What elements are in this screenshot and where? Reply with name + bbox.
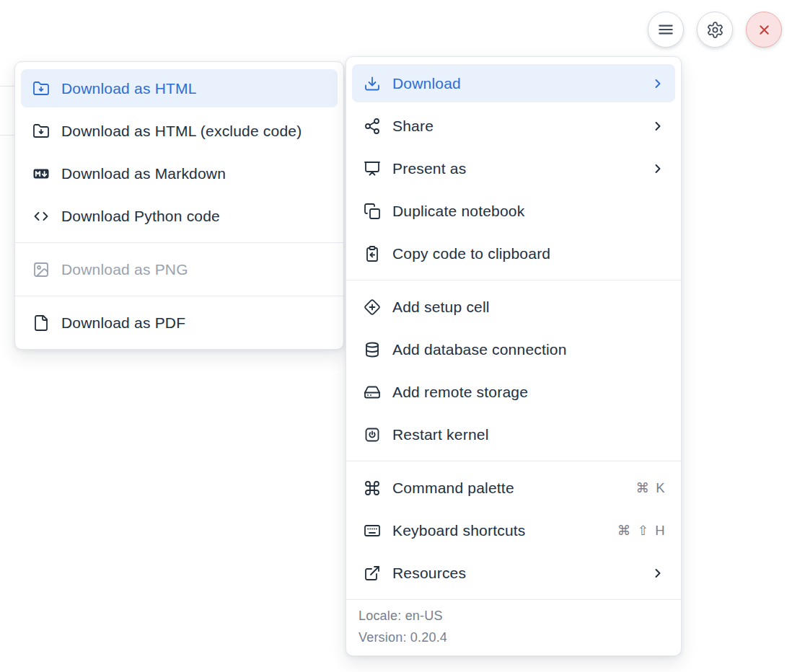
- menu-item-label: Add setup cell: [392, 299, 665, 316]
- hard-drive-icon: [364, 384, 381, 401]
- command-icon: [364, 479, 381, 497]
- shortcut-hint: ⌘K: [636, 480, 665, 496]
- external-link-icon: [364, 565, 381, 582]
- background-cell-border: [0, 86, 15, 87]
- menu-item-label: Restart kernel: [392, 426, 665, 443]
- code-icon: [32, 208, 50, 225]
- chevron-right-icon: [651, 76, 665, 91]
- menu-item-copy-code-to-clipboard[interactable]: Copy code to clipboard: [352, 234, 675, 273]
- menu-separator: [346, 461, 681, 461]
- database-icon: [364, 341, 381, 358]
- menu-group: Add setup cellAdd database connectionAdd…: [346, 288, 681, 454]
- menu-item-add-database-connection[interactable]: Add database connection: [352, 330, 675, 368]
- menu-item-resources[interactable]: Resources: [352, 554, 675, 592]
- chevron-right-icon: [651, 566, 665, 580]
- menu-item-download-as-pdf[interactable]: Download as PDF: [21, 304, 338, 342]
- menu-separator: [346, 280, 681, 280]
- menu-item-download-as-html-exclude-code[interactable]: Download as HTML (exclude code): [21, 112, 338, 150]
- menu-item-command-palette[interactable]: Command palette⌘K: [352, 469, 675, 507]
- version-text: Version: 0.20.4: [358, 630, 669, 645]
- gear-icon: [706, 21, 724, 39]
- menu-group: Command palette⌘KKeyboard shortcuts⌘⇧HRe…: [346, 469, 681, 592]
- copy-icon: [364, 203, 381, 220]
- menu-separator: [15, 242, 343, 243]
- menu-item-share[interactable]: Share: [352, 107, 675, 145]
- menu-item-duplicate-notebook[interactable]: Duplicate notebook: [352, 192, 675, 230]
- folder-down-icon: [32, 123, 50, 140]
- menu-item-add-remote-storage[interactable]: Add remote storage: [352, 373, 675, 411]
- menu-item-download-as-html[interactable]: Download as HTML: [21, 69, 338, 107]
- menu-item-add-setup-cell[interactable]: Add setup cell: [352, 288, 675, 326]
- menu-item-label: Share: [392, 118, 639, 135]
- shortcut-key: K: [656, 480, 665, 496]
- menu-item-present-as[interactable]: Present as: [352, 149, 675, 187]
- download-submenu: Download as HTMLDownload as HTML (exclud…: [14, 61, 344, 350]
- clipboard-arrow-icon: [364, 245, 381, 262]
- menu-item-label: Add remote storage: [392, 384, 665, 401]
- menu-item-label: Duplicate notebook: [392, 203, 665, 220]
- presentation-icon: [364, 160, 381, 177]
- download-icon: [364, 75, 381, 92]
- power-square-icon: [364, 426, 381, 443]
- shortcut-key: H: [655, 523, 665, 539]
- file-icon: [32, 314, 50, 332]
- menu-item-download-as-png: Download as PNG: [21, 250, 338, 288]
- menu-item-label: Add database connection: [392, 341, 665, 358]
- notebook-menu-button[interactable]: [648, 12, 684, 48]
- chevron-right-icon: [651, 162, 665, 176]
- menu-footer: Locale: en-US Version: 0.20.4: [346, 599, 681, 655]
- close-icon: [755, 21, 773, 39]
- menu-group: Download as PDF: [15, 304, 343, 342]
- menu-item-label: Resources: [392, 565, 639, 582]
- shortcut-hint: ⌘⇧H: [617, 523, 665, 539]
- diamond-plus-icon: [364, 299, 381, 316]
- menu-item-label: Download as HTML (exclude code): [61, 123, 327, 140]
- menu-item-label: Download as HTML: [61, 80, 327, 97]
- menu-separator: [15, 296, 343, 296]
- chevron-right-icon: [651, 119, 665, 133]
- shortcut-key: ⇧: [638, 523, 649, 539]
- locale-text: Locale: en-US: [358, 609, 669, 624]
- menu-item-download-as-markdown[interactable]: Download as Markdown: [21, 154, 338, 193]
- background-cell-border: [0, 135, 15, 136]
- menu-item-restart-kernel[interactable]: Restart kernel: [352, 415, 675, 454]
- markdown-download-icon: [32, 165, 50, 182]
- shortcut-key: ⌘: [636, 480, 650, 496]
- menu-item-label: Command palette: [392, 479, 625, 497]
- menu-item-download[interactable]: Download: [352, 64, 675, 102]
- menu-item-label: Download: [392, 75, 639, 92]
- menu-item-keyboard-shortcuts[interactable]: Keyboard shortcuts⌘⇧H: [352, 511, 675, 549]
- menu-item-label: Download as PDF: [61, 314, 327, 332]
- menu-item-label: Download as Markdown: [61, 165, 327, 182]
- menu-item-label: Download Python code: [61, 208, 327, 225]
- menu-item-label: Copy code to clipboard: [392, 245, 665, 262]
- menu-group: Download as HTMLDownload as HTML (exclud…: [15, 69, 343, 235]
- menu-item-label: Download as PNG: [61, 261, 327, 278]
- settings-button[interactable]: [697, 12, 733, 48]
- menu-group: Download as PNG: [15, 250, 343, 288]
- folder-down-icon: [32, 80, 50, 97]
- shortcut-key: ⌘: [617, 523, 631, 539]
- menu-group: DownloadSharePresent asDuplicate noteboo…: [346, 64, 681, 273]
- menu-item-download-python-code[interactable]: Download Python code: [21, 197, 338, 235]
- menu-item-label: Present as: [392, 160, 639, 177]
- share-icon: [364, 118, 381, 135]
- menu-item-label: Keyboard shortcuts: [392, 522, 606, 539]
- keyboard-icon: [364, 522, 381, 539]
- menu-icon: [656, 20, 675, 39]
- notebook-actions-menu: DownloadSharePresent asDuplicate noteboo…: [346, 56, 682, 656]
- close-app-button[interactable]: [746, 12, 782, 48]
- image-icon: [32, 261, 50, 278]
